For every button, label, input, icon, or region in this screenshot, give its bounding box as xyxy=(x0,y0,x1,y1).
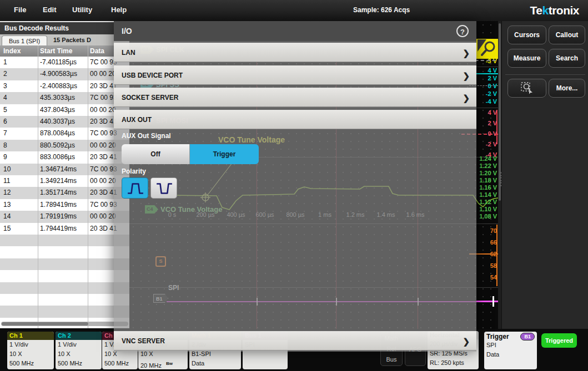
chevron-right-icon: ❯ xyxy=(463,43,470,63)
channel-2-badge[interactable]: Ch 2 1 V/div10 X500 MHz xyxy=(56,332,102,369)
badge-line: 10 X xyxy=(7,349,54,359)
measure-button[interactable]: Measure xyxy=(507,49,546,68)
table-row[interactable]: 151.794419ms20 3D 41 xyxy=(0,223,129,235)
results-panel-title: Bus Decode Results xyxy=(0,22,129,34)
cell-data: 20 3D 41 xyxy=(90,82,117,90)
col-data: Data xyxy=(90,47,104,55)
table-row[interactable]: 6440.3037µs20 3D 41 xyxy=(0,116,129,128)
badge-line: 1 V/div xyxy=(56,340,102,349)
table-row-empty xyxy=(0,235,129,246)
draw-a-box-zoom-icon[interactable] xyxy=(476,39,500,59)
cell-data: 00 00 20 xyxy=(90,212,116,220)
menu-bar: File Edit Utility Help Sample: 626 Acqs … xyxy=(0,0,588,21)
cell-start-time: 880.5092µs xyxy=(40,141,75,149)
cell-index: 8 xyxy=(3,141,7,149)
polarity-positive-button[interactable] xyxy=(122,177,148,199)
cell-index: 7 xyxy=(3,129,7,137)
oscilloscope-screen: File Edit Utility Help Sample: 626 Acqs … xyxy=(0,0,588,371)
table-row-empty xyxy=(0,246,129,258)
ch2-level-line xyxy=(476,73,498,74)
cell-data: 20 3D 41 xyxy=(90,189,117,196)
dialog-title-bar[interactable]: I/O xyxy=(114,21,476,41)
scrollbar-thumb[interactable] xyxy=(2,322,88,326)
cell-index: 6 xyxy=(3,118,7,125)
cursors-button[interactable]: Cursors xyxy=(507,26,546,44)
zoom-mode-button[interactable] xyxy=(507,79,546,98)
col-index: Index xyxy=(3,47,21,55)
help-icon[interactable]: ? xyxy=(456,25,469,37)
trigger-badge[interactable]: Trigger B1 SPIData xyxy=(484,332,537,369)
cell-index: 15 xyxy=(3,225,11,232)
ch3-edge-marker xyxy=(496,110,497,144)
cell-index: 14 xyxy=(3,212,11,220)
cell-start-time: -2.400883µs xyxy=(40,82,77,90)
aux-signal-trigger-button[interactable]: Trigger xyxy=(190,144,259,164)
freq-edge-marker xyxy=(496,225,497,286)
table-row-empty xyxy=(0,282,129,294)
cell-start-time: -7.401185µs xyxy=(40,58,77,66)
dialog-row-socket-server[interactable]: SOCKET SERVER❯ xyxy=(114,88,476,107)
dialog-row-vnc-server[interactable]: VNC SERVER❯ xyxy=(114,331,476,350)
table-row[interactable]: 131.789419ms7C 00 93 xyxy=(0,199,129,211)
dialog-row-lan[interactable]: LAN❯ xyxy=(114,43,476,62)
cell-index: 11 xyxy=(3,177,10,185)
channel-1-badge[interactable]: Ch 1 1 V/div10 X500 MHz xyxy=(7,332,54,369)
cell-start-time: 1.349214ms xyxy=(40,177,77,185)
table-horizontal-scrollbar[interactable] xyxy=(1,322,128,326)
table-row[interactable]: 4435.3033µs7C 00 93 xyxy=(0,92,129,104)
dialog-row-label: AUX OUT xyxy=(122,116,152,124)
menu-file[interactable]: File xyxy=(14,6,26,14)
trigger-b1-pill: B1 xyxy=(520,333,535,340)
table-row[interactable]: 2-4.900583µs00 00 20 xyxy=(0,68,129,80)
polarity-negative-button[interactable] xyxy=(150,177,177,199)
cell-start-time: 1.346714ms xyxy=(40,165,77,173)
table-row[interactable]: 8880.5092µs00 00 20 xyxy=(0,140,129,151)
table-row[interactable]: 7878.0084µs7C 00 93 xyxy=(0,128,129,139)
triggered-status-button: Triggered xyxy=(541,333,577,348)
menu-help[interactable]: Help xyxy=(111,6,127,14)
right-sidebar: Cursors Callout Measure Search More... xyxy=(501,21,588,329)
table-body: 1-7.401185µs7C 00 932-4.900583µs00 00 20… xyxy=(0,57,129,328)
cell-data: 00 00 20 xyxy=(90,141,116,149)
dialog-row-usb-device-port[interactable]: USB DEVICE PORT❯ xyxy=(114,65,476,85)
menu-edit[interactable]: Edit xyxy=(43,6,57,14)
callout-button[interactable]: Callout xyxy=(549,26,585,44)
cell-index: 5 xyxy=(3,106,7,114)
menu-utility[interactable]: Utility xyxy=(72,6,92,14)
badge-line: 500 MHz xyxy=(56,359,102,368)
badge-line: Data xyxy=(189,359,241,368)
dialog-row-aux-out[interactable]: AUX OUT xyxy=(114,110,476,129)
cell-start-time: -4.900583µs xyxy=(40,70,77,78)
cell-data: 00 00 20 xyxy=(90,70,116,78)
cell-data: 20 3D 41 xyxy=(90,225,117,232)
cell-data: 20 3D 41 xyxy=(90,118,117,125)
table-row[interactable]: 121.351714ms20 3D 41 xyxy=(0,187,129,199)
packets-count: 15 Packets D xyxy=(53,37,91,43)
chevron-right-icon: ❯ xyxy=(463,66,470,85)
stack-label-bus: Bus xyxy=(381,354,402,365)
table-row[interactable]: 1-7.401185µs7C 00 93 xyxy=(0,57,129,68)
table-row[interactable]: 101.346714ms7C 00 93 xyxy=(0,164,129,175)
badge-line: RL: 250 kpts xyxy=(428,358,479,368)
search-button[interactable]: Search xyxy=(549,49,585,68)
aux-signal-off-button[interactable]: Off xyxy=(122,144,190,164)
cell-index: 3 xyxy=(3,82,7,90)
cell-start-time: 1.789419ms xyxy=(40,201,77,209)
zoom-box-icon xyxy=(520,82,534,95)
tab-bus1-spi[interactable]: Bus 1 (SPI) xyxy=(2,35,47,45)
table-row[interactable]: 141.791919ms00 00 20 xyxy=(0,211,129,222)
more-button[interactable]: More... xyxy=(549,79,585,98)
cell-data: 20 3D 41 xyxy=(90,153,117,161)
cell-data: 7C 00 93 xyxy=(90,94,117,101)
cell-data: 7C 00 93 xyxy=(90,201,117,209)
bus-cursor-tick xyxy=(492,296,494,307)
table-row[interactable]: 5437.8043µs00 00 20 xyxy=(0,104,129,116)
bandwidth-limit-indicator: Bw xyxy=(166,361,173,366)
tektronix-logo: Tektronix xyxy=(530,4,579,17)
badge-line: 500 MHz xyxy=(102,359,138,368)
table-row[interactable]: 9883.0086µs20 3D 41 xyxy=(0,151,129,163)
table-row-empty xyxy=(0,306,129,317)
chevron-right-icon: ❯ xyxy=(463,88,470,108)
table-row[interactable]: 111.349214ms00 00 20 xyxy=(0,175,129,187)
table-row[interactable]: 3-2.400883µs20 3D 41 xyxy=(0,80,129,92)
